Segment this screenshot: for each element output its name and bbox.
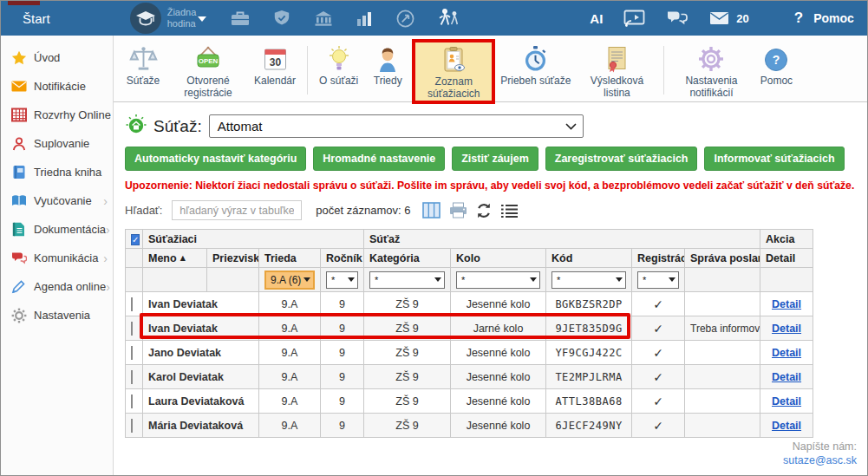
screen-cast-icon[interactable] [623, 10, 645, 27]
toolbar-item-triedy[interactable]: Triedy [363, 39, 412, 88]
start-menu[interactable]: Štart [23, 11, 50, 26]
shield-icon[interactable] [273, 10, 290, 27]
explore-compass-icon[interactable] [396, 10, 414, 28]
register-participants-button[interactable]: Zaregistrovať súťažiacich [545, 147, 698, 171]
column-header-meno[interactable]: Meno▲ [143, 249, 207, 268]
column-header-trieda[interactable]: Trieda [259, 249, 321, 268]
detail-link[interactable]: Detail [772, 420, 801, 432]
toolbar-item-otvorene-registracie[interactable]: OPEN Otvorené registrácie [167, 39, 249, 101]
chevron-right-icon: › [103, 194, 108, 208]
participants-clipboard-icon [441, 42, 467, 74]
row-checkbox[interactable] [131, 322, 133, 336]
group-header-akcia: Akcia [760, 230, 813, 249]
column-header-kolo[interactable]: Kolo [451, 249, 546, 268]
unread-mail-count[interactable]: 20 [736, 12, 748, 25]
help-question-icon[interactable]: ? [794, 10, 803, 27]
graduation-cap-icon[interactable] [130, 3, 161, 34]
column-header-kategoria[interactable]: Kategória [364, 249, 451, 268]
record-count: počet záznamov: 6 [316, 204, 410, 217]
search-label: Hľadať: [125, 204, 162, 217]
filter-kod-select[interactable]: * [551, 271, 626, 289]
toolbar-item-priebeh-sutaze[interactable]: Priebeh súťaže [495, 39, 576, 88]
cell-rocnik: 9 [321, 341, 364, 365]
sidebar-item-dokumentacia[interactable]: Dokumentácia › [1, 215, 113, 244]
mail-envelope-icon[interactable] [709, 11, 729, 25]
filter-kolo-select[interactable]: * [456, 271, 540, 289]
bar-chart-icon[interactable] [356, 10, 373, 27]
check-interest-button[interactable]: Zistiť záujem [452, 147, 538, 171]
detail-link[interactable]: Detail [772, 395, 801, 408]
chevron-down-icon[interactable] [198, 16, 206, 22]
briefcase-icon[interactable] [231, 10, 250, 27]
row-checkbox[interactable] [131, 419, 133, 433]
sidebar-item-suplovanie[interactable]: Suplovanie [1, 129, 113, 158]
list-view-icon[interactable] [500, 204, 519, 218]
toolbar-item-o-sutazi[interactable]: O súťaži [314, 39, 363, 88]
contest-select[interactable]: Attomat [209, 114, 584, 138]
detail-link[interactable]: Detail [772, 371, 801, 383]
help-circle-icon: ? [763, 42, 789, 73]
column-header-priezvisko[interactable]: Priezvisko▲ [207, 249, 259, 268]
table-row: Laura Deviataková 9.A 9 ZŠ 9 Jesenné kol… [126, 389, 813, 414]
row-checkbox[interactable] [131, 297, 133, 311]
sidebar-item-uvod[interactable]: Úvod [1, 43, 113, 72]
sidebar-item-nastavenia[interactable]: Nastavenia [1, 301, 113, 329]
sidebar-item-komunikacia[interactable]: Komunikácia › [1, 244, 113, 272]
contest-select-value: Attomat [218, 119, 263, 134]
column-header-detail: Detail [760, 249, 813, 268]
table-row: Ivan Deviatak 9.A 9 ZŠ 9 Jesenné kolo BG… [126, 292, 813, 316]
svg-text:OPEN: OPEN [199, 57, 219, 65]
detail-link[interactable]: Detail [772, 347, 801, 359]
chevron-right-icon: › [106, 223, 110, 237]
toolbar-separator [663, 46, 664, 95]
cell-trieda: 9.A [259, 316, 321, 341]
cell-kolo: Jarné kolo [451, 316, 546, 341]
toolbar-item-nastavenia-notifikacii[interactable]: Nastavenia notifikácií [670, 39, 752, 101]
contact-email-link[interactable]: sutaze@asc.sk [783, 453, 857, 467]
sidebar-item-rozvrhy[interactable]: Rozvrhy Online [1, 101, 113, 129]
toolbar-item-pomoc[interactable]: ? Pomoc [752, 39, 800, 88]
table-column-header-row: Meno▲ Priezvisko▲ Trieda Ročník Kategóri… [126, 249, 813, 268]
column-header-registracia[interactable]: Registrácia [632, 249, 685, 268]
scales-icon [129, 42, 158, 73]
detail-link[interactable]: Detail [772, 298, 801, 310]
toolbar-item-sutaze[interactable]: Súťaže [119, 39, 167, 88]
bulk-settings-button[interactable]: Hromadné nastavenie [313, 147, 445, 171]
chat-bubbles-icon[interactable] [666, 10, 689, 27]
row-checkbox[interactable] [131, 394, 133, 408]
select-all-checkbox[interactable]: ✓ [131, 234, 140, 245]
walking-people-icon[interactable] [438, 9, 460, 28]
filter-trieda-select[interactable]: 9.A (6) [264, 271, 315, 290]
cell-kolo: Jesenné kolo [451, 414, 546, 438]
inform-participants-button[interactable]: Informovať súťažiacich [704, 147, 844, 171]
toolbar-item-kalendar[interactable]: 30 Kalendár [249, 39, 301, 88]
row-checkbox[interactable] [131, 346, 133, 360]
select-all-cell: ✓ [126, 230, 143, 249]
chevron-down-icon [565, 123, 577, 130]
filter-kategoria-select[interactable]: * [369, 271, 445, 289]
toolbar-item-vysledkova-listina[interactable]: Výsledková listina [576, 39, 657, 101]
auto-category-button[interactable]: Automaticky nastaviť kategóriu [125, 147, 306, 171]
current-lesson-status[interactable]: Žiadna hodina [167, 7, 197, 29]
ai-button[interactable]: AI [590, 11, 603, 26]
sidebar-item-notifikacie[interactable]: Notifikácie [1, 72, 113, 101]
filter-rocnik-select[interactable]: * [326, 271, 358, 289]
column-header-kod[interactable]: Kód [546, 249, 632, 268]
refresh-icon[interactable] [476, 203, 492, 218]
print-icon[interactable] [449, 202, 467, 218]
cell-rocnik: 9 [321, 292, 364, 316]
filter-registracia-select[interactable]: * [637, 271, 679, 289]
toolbar-item-zoznam-sutaziacich[interactable]: Zoznam súťažiacich [412, 39, 495, 104]
row-checkbox[interactable] [131, 370, 133, 384]
help-button[interactable]: Pomoc [813, 11, 854, 25]
sidebar-item-vyucovanie[interactable]: Vyučovanie › [1, 186, 113, 215]
columns-icon[interactable] [422, 202, 441, 218]
caret-down-icon [348, 277, 355, 282]
search-input[interactable] [172, 200, 302, 220]
bank-icon[interactable] [314, 10, 333, 27]
sidebar-item-agenda-online[interactable]: Agenda online › [1, 272, 113, 301]
sidebar-item-triedna-kniha[interactable]: Triedna kniha [1, 158, 113, 186]
column-header-rocnik[interactable]: Ročník [321, 249, 364, 268]
detail-link[interactable]: Detail [772, 323, 801, 335]
registration-check: ✓ [632, 341, 685, 365]
